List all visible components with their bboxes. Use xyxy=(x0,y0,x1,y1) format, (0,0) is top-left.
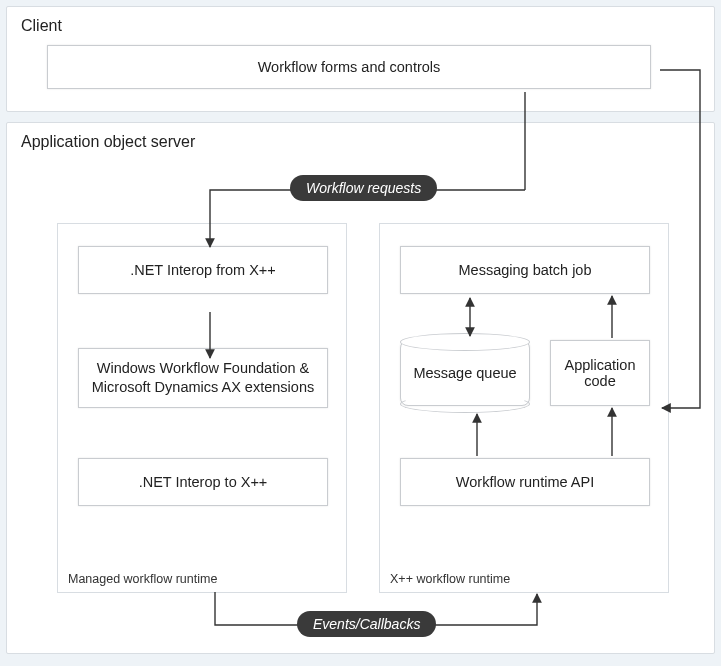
messaging-batch-box: Messaging batch job xyxy=(400,246,650,294)
events-callbacks-label: Events/Callbacks xyxy=(313,616,420,632)
events-callbacks-pill: Events/Callbacks xyxy=(297,611,436,637)
message-queue-box: Message queue xyxy=(400,340,530,406)
aos-panel: Application object server Workflow reque… xyxy=(6,122,715,654)
xpp-runtime-panel: Messaging batch job Message queue Applic… xyxy=(379,223,669,593)
workflow-requests-label: Workflow requests xyxy=(306,180,421,196)
workflow-requests-pill: Workflow requests xyxy=(290,175,437,201)
workflow-forms-label: Workflow forms and controls xyxy=(258,59,441,75)
aos-title: Application object server xyxy=(21,133,700,151)
net-interop-to-box: .NET Interop to X++ xyxy=(78,458,328,506)
net-interop-from-box: .NET Interop from X++ xyxy=(78,246,328,294)
managed-runtime-label: Managed workflow runtime xyxy=(68,572,217,586)
net-interop-from-label: .NET Interop from X++ xyxy=(130,262,276,278)
net-interop-to-label: .NET Interop to X++ xyxy=(139,474,268,490)
managed-runtime-panel: .NET Interop from X++ Windows Workflow F… xyxy=(57,223,347,593)
wwf-label: Windows Workflow Foundation & Microsoft … xyxy=(87,359,319,397)
client-panel: Client Workflow forms and controls xyxy=(6,6,715,112)
workflow-runtime-api-box: Workflow runtime API xyxy=(400,458,650,506)
xpp-runtime-label: X++ workflow runtime xyxy=(390,572,510,586)
workflow-runtime-api-label: Workflow runtime API xyxy=(456,474,594,490)
application-code-box: Application code xyxy=(550,340,650,406)
message-queue-label: Message queue xyxy=(413,365,516,381)
application-code-label: Application code xyxy=(559,357,641,389)
client-title: Client xyxy=(21,17,700,35)
messaging-batch-label: Messaging batch job xyxy=(459,262,592,278)
wwf-box: Windows Workflow Foundation & Microsoft … xyxy=(78,348,328,408)
workflow-forms-box: Workflow forms and controls xyxy=(47,45,651,89)
